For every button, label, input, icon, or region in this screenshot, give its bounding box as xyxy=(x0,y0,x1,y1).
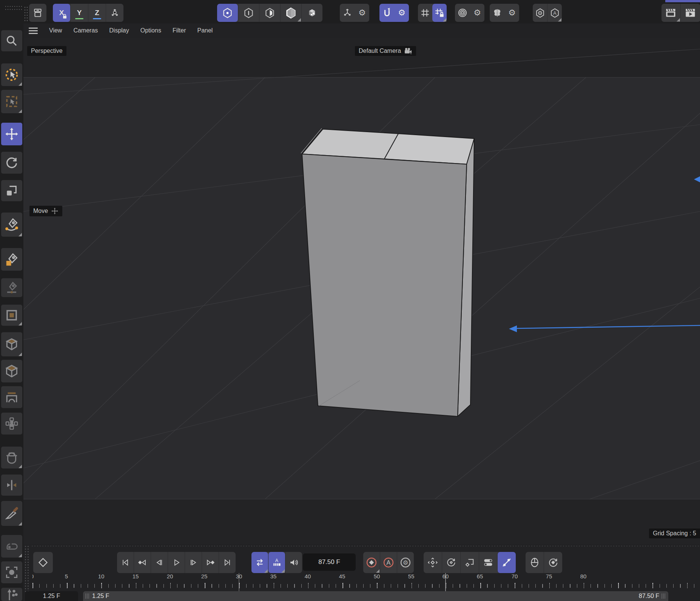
viewport-auto-button[interactable]: A xyxy=(547,4,562,22)
play-button[interactable] xyxy=(168,552,185,573)
spline-pen-tool[interactable] xyxy=(1,213,22,237)
snap-settings-button[interactable]: ⚙ xyxy=(395,4,409,22)
render-view-button[interactable] xyxy=(661,4,680,22)
magnet-brush-icon xyxy=(5,451,19,464)
key-rotation-button[interactable] xyxy=(442,552,460,573)
current-frame-field[interactable]: 87.50 F xyxy=(303,553,356,571)
keyframe-button-group xyxy=(33,552,53,573)
y-axis-button[interactable]: Y xyxy=(70,4,88,22)
magnet-brush-tool[interactable] xyxy=(1,447,22,468)
coordinate-tripod-icon xyxy=(342,8,352,18)
go-to-start-button[interactable] xyxy=(117,552,134,573)
iron-tool[interactable] xyxy=(1,535,22,558)
texture-axis-mode-button[interactable] xyxy=(301,4,322,22)
autokey-range-button[interactable]: A xyxy=(268,552,285,573)
crossed-dots-icon xyxy=(501,557,512,568)
axis-tool-button[interactable] xyxy=(106,4,123,22)
soft-selection-weight-tool[interactable] xyxy=(1,413,22,435)
key-position-button[interactable] xyxy=(424,552,442,573)
menu-panel[interactable]: Panel xyxy=(197,27,213,34)
rotate-tool[interactable] xyxy=(1,152,22,174)
mirror-tool[interactable] xyxy=(1,475,22,496)
polygons-mode-button[interactable] xyxy=(259,4,280,22)
z-axis-label: Z xyxy=(95,9,99,17)
points-mode-button[interactable] xyxy=(217,4,238,22)
live-selection-tool[interactable] xyxy=(1,63,22,86)
sound-button[interactable] xyxy=(285,552,302,573)
content-browser-button[interactable] xyxy=(29,4,46,22)
next-key-button[interactable] xyxy=(202,552,219,573)
perspective-viewport[interactable]: Perspective Default Camera Move Grid Spa… xyxy=(23,38,700,544)
coordinate-settings-button[interactable]: ⚙ xyxy=(355,4,369,22)
menu-filter[interactable]: Filter xyxy=(173,27,186,34)
next-frame-button[interactable] xyxy=(185,552,202,573)
scale-tool[interactable] xyxy=(1,180,22,201)
symmetry-button[interactable] xyxy=(490,4,505,22)
record-keyframe-button[interactable] xyxy=(363,552,380,573)
menu-cameras[interactable]: Cameras xyxy=(73,27,98,34)
spline-smooth-tool[interactable] xyxy=(1,278,22,297)
symmetry-settings-button[interactable]: ⚙ xyxy=(505,4,519,22)
content-browser-group xyxy=(29,4,46,22)
render-picture-viewer-button[interactable] xyxy=(680,4,700,22)
range-start-field[interactable]: 1.25 F xyxy=(25,591,78,601)
move-tool[interactable] xyxy=(1,123,22,145)
menu-options[interactable]: Options xyxy=(140,27,161,34)
move-tooltip: Move xyxy=(29,206,62,216)
knife-tool[interactable] xyxy=(1,501,22,526)
key-exclude-button[interactable] xyxy=(497,552,516,573)
model-mode-button[interactable] xyxy=(280,4,301,22)
workplane-button[interactable] xyxy=(418,4,432,22)
flyout-indicator xyxy=(19,465,22,468)
range-right-grip[interactable] xyxy=(661,593,666,599)
z-axis-button[interactable]: Z xyxy=(88,4,106,22)
autokey-button[interactable]: A xyxy=(380,552,397,573)
hamburger-menu-icon[interactable] xyxy=(29,28,38,34)
preview-range-slider[interactable]: 1.25 F 87.50 F xyxy=(83,591,668,601)
mouse-input-button[interactable] xyxy=(526,552,544,573)
target-settings-button[interactable]: ⚙ xyxy=(470,4,484,22)
flyout-indicator xyxy=(19,522,22,525)
flyout-indicator xyxy=(19,554,22,557)
range-left-grip[interactable] xyxy=(85,593,90,599)
sketch-spline-tool[interactable] xyxy=(1,248,22,271)
bridge-tool[interactable] xyxy=(1,386,22,408)
a-bars-icon: A xyxy=(272,558,282,567)
add-keyframe-button[interactable] xyxy=(33,552,53,573)
polygon-pen-tool[interactable] xyxy=(1,332,22,356)
edges-mode-button[interactable] xyxy=(238,4,259,22)
cube-object[interactable] xyxy=(301,128,474,416)
coordinate-system-button[interactable] xyxy=(340,4,355,22)
rotate-icon xyxy=(5,156,19,170)
camera-label[interactable]: Default Camera xyxy=(355,46,416,56)
workplane-lock-button[interactable] xyxy=(432,4,447,22)
go-to-end-button[interactable] xyxy=(219,552,236,573)
toolbar-drag-handle[interactable] xyxy=(5,5,23,11)
coordinate-group: ⚙ xyxy=(340,4,369,22)
spot-project-tool[interactable] xyxy=(1,561,22,583)
key-channel-group xyxy=(424,552,516,573)
x-axis-lock-button[interactable]: X xyxy=(53,4,70,22)
keyframe-settings-button[interactable]: ⚙ xyxy=(397,552,414,573)
previous-frame-icon xyxy=(155,558,164,567)
menu-display[interactable]: Display xyxy=(109,27,129,34)
previous-key-button[interactable] xyxy=(134,552,151,573)
snap-button[interactable] xyxy=(379,4,395,22)
viewport-filter-button[interactable] xyxy=(533,4,547,22)
menu-view[interactable]: View xyxy=(49,27,62,34)
viewport-render[interactable] xyxy=(23,38,700,544)
key-toggles-button[interactable] xyxy=(479,552,497,573)
extrude-cube-tool[interactable] xyxy=(1,360,22,382)
view-label[interactable]: Perspective xyxy=(27,46,66,56)
scatter-arrow-tool[interactable] xyxy=(1,588,22,601)
previous-frame-button[interactable] xyxy=(151,552,168,573)
key-scale-button[interactable] xyxy=(460,552,479,573)
loop-button[interactable] xyxy=(251,552,268,573)
range-start-label: 1.25 F xyxy=(92,593,109,599)
rotate-input-button[interactable] xyxy=(544,552,562,573)
tweak-tool[interactable] xyxy=(1,305,22,326)
rectangle-selection-tool[interactable] xyxy=(1,90,22,113)
mouse-icon xyxy=(529,557,540,568)
target-button[interactable] xyxy=(455,4,470,22)
search-tool[interactable] xyxy=(1,30,22,51)
